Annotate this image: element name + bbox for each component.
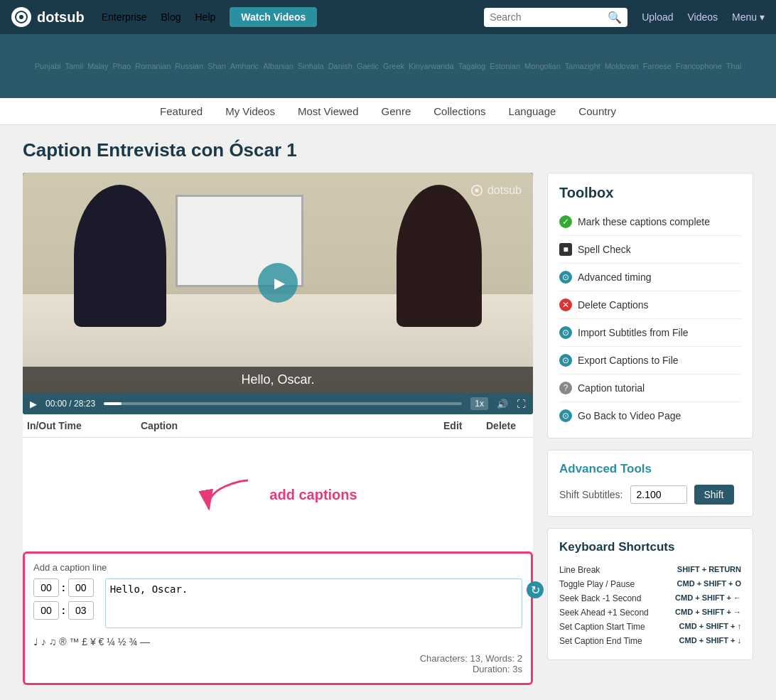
time-start-hours[interactable] <box>33 578 59 597</box>
hint-wrapper: add captions <box>198 473 357 516</box>
refresh-button[interactable]: ↻ <box>527 581 544 598</box>
nav-upload[interactable]: Upload <box>642 11 673 23</box>
time-end-mins[interactable] <box>68 601 94 620</box>
controls-bar: ▶ 00:00 / 28:23 1x 🔊 ⛶ <box>23 393 533 414</box>
tool-label-2: Advanced timing <box>578 271 652 283</box>
nav-enterprise[interactable]: Enterprise <box>102 11 147 23</box>
tool-label-4: Import Subtitles from File <box>578 327 689 338</box>
lang-tag: Romanian <box>135 62 171 70</box>
kbd-row-4: Set Caption Start Time CMD + SHIFT + ↑ <box>559 620 741 634</box>
nav-videos[interactable]: Videos <box>688 11 718 23</box>
hero-banner: Punjabi Tamil Malay Phao Romanian Russia… <box>0 34 776 98</box>
content-layout: dotsub Hello, Oscar. ▶ 00:00 / 28:23 1x … <box>23 173 753 685</box>
lang-tag: Russian <box>175 62 203 70</box>
search-icon[interactable]: 🔍 <box>608 11 622 24</box>
shift-label: Shift Subtitles: <box>559 489 623 500</box>
kbd-keys-2: CMD + SHIFT + ← <box>675 593 741 603</box>
caption-input-box: Add a caption line : : <box>23 551 533 685</box>
special-chars[interactable]: ♩ ♪ ♫ ® ™ £ ¥ € ¼ ½ ¾ — <box>33 636 522 647</box>
lang-tag: Phao <box>112 62 131 70</box>
search-input[interactable] <box>490 11 603 23</box>
progress-bar[interactable] <box>104 402 462 405</box>
subnav-myvideos[interactable]: My Videos <box>225 105 275 117</box>
tool-go-back[interactable]: ⊙ Go Back to Video Page <box>559 405 741 426</box>
advanced-tools-title: Advanced Tools <box>559 462 741 476</box>
subnav-collections[interactable]: Collections <box>433 105 485 117</box>
lang-tag: Estonian <box>490 62 520 70</box>
caption-text-input[interactable]: Hello, Oscar. <box>105 578 522 628</box>
add-captions-hint: add captions <box>269 487 357 503</box>
tool-caption-tutorial[interactable]: ? Caption tutorial <box>559 377 741 399</box>
lang-tag: Sinhala <box>298 62 324 70</box>
kbd-row-1: Toggle Play / Pause CMD + SHIFT + O <box>559 577 741 591</box>
checkmark-icon: ✓ <box>559 215 572 228</box>
keyboard-shortcuts-title: Keyboard Shortcuts <box>559 540 741 554</box>
kbd-row-3: Seek Ahead +1 Second CMD + SHIFT + → <box>559 605 741 620</box>
lang-tag: Moldovan <box>605 62 639 70</box>
shift-input[interactable] <box>630 485 687 504</box>
tool-label-0: Mark these captions complete <box>578 216 710 227</box>
lang-tag: Punjabi <box>35 62 61 70</box>
subnav-language[interactable]: Language <box>509 105 556 117</box>
nav-help[interactable]: Help <box>195 11 216 23</box>
lang-tag: Gaelic <box>357 62 379 70</box>
video-container: dotsub Hello, Oscar. ▶ 00:00 / 28:23 1x … <box>23 173 533 414</box>
chars-words-stat: Characters: 13, Words: 2 <box>33 653 522 664</box>
kbd-keys-4: CMD + SHIFT + ↑ <box>679 622 741 632</box>
col-edit: Edit <box>443 420 486 431</box>
tool-label-6: Caption tutorial <box>578 382 645 394</box>
lang-tag: Faroese <box>643 62 672 70</box>
nav-blog[interactable]: Blog <box>161 11 180 23</box>
lang-tag: Shan <box>208 62 226 70</box>
play-icon[interactable]: ▶ <box>30 399 37 409</box>
fullscreen-icon[interactable]: ⛶ <box>517 399 526 409</box>
tool-mark-complete[interactable]: ✓ Mark these captions complete <box>559 211 741 232</box>
main-content: Caption Entrevista con Óscar 1 dotsub He <box>11 139 765 685</box>
keyboard-shortcuts-card: Keyboard Shortcuts Line Break SHIFT + RE… <box>547 528 753 660</box>
toolbox-card: Toolbox ✓ Mark these captions complete ■… <box>547 173 753 438</box>
nav-menu[interactable]: Menu ▾ <box>732 11 765 23</box>
lang-tag: Amharic <box>230 62 259 70</box>
kbd-row-0: Line Break SHIFT + RETURN <box>559 563 741 577</box>
lang-tag: Mongolian <box>524 62 561 70</box>
tool-label-5: Export Captions to File <box>578 355 679 366</box>
subnav-mostviewed[interactable]: Most Viewed <box>298 105 359 117</box>
duration-stat: Duration: 3s <box>33 664 522 674</box>
logo-icon <box>11 7 31 27</box>
subnav-featured[interactable]: Featured <box>160 105 203 117</box>
brand-name: dotsub <box>37 9 85 26</box>
kbd-action-0: Line Break <box>559 565 600 575</box>
play-button[interactable] <box>258 263 298 303</box>
time-start-mins[interactable] <box>68 578 94 597</box>
progress-fill <box>104 402 122 405</box>
subnav-country[interactable]: Country <box>578 105 616 117</box>
kbd-action-4: Set Caption Start Time <box>559 622 645 632</box>
time-end-hours[interactable] <box>33 601 59 620</box>
tool-spellcheck[interactable]: ■ Spell Check <box>559 239 741 260</box>
logo[interactable]: dotsub <box>11 7 85 27</box>
kbd-row-5: Set Caption End Time CMD + SHIFT + ↓ <box>559 634 741 648</box>
tool-advanced-timing[interactable]: ⊙ Advanced timing <box>559 266 741 288</box>
add-captions-arrow <box>198 473 255 516</box>
time-start-field: : <box>33 578 94 597</box>
top-nav: dotsub Enterprise Blog Help Watch Videos… <box>0 0 776 34</box>
export-icon: ⊙ <box>559 354 572 367</box>
kbd-keys-3: CMD + SHIFT + → <box>675 608 741 618</box>
volume-icon[interactable]: 🔊 <box>497 399 508 409</box>
speed-button[interactable]: 1x <box>470 397 488 410</box>
svg-point-3 <box>475 188 478 192</box>
lang-tag: Francophone <box>676 62 722 70</box>
tool-export-captions[interactable]: ⊙ Export Captions to File <box>559 350 741 371</box>
lang-tag: Tagalog <box>458 62 486 70</box>
subnav-genre[interactable]: Genre <box>382 105 411 117</box>
video-section: dotsub Hello, Oscar. ▶ 00:00 / 28:23 1x … <box>23 173 533 685</box>
tool-delete-captions[interactable]: ✕ Delete Captions <box>559 294 741 316</box>
watch-videos-button[interactable]: Watch Videos <box>230 7 317 27</box>
toolbox-title: Toolbox <box>559 185 741 201</box>
advanced-tools-card: Advanced Tools Shift Subtitles: Shift <box>547 450 753 517</box>
caption-table-header: In/Out Time Caption Edit Delete <box>23 414 533 438</box>
shift-button[interactable]: Shift <box>694 485 734 505</box>
search-box: 🔍 <box>484 8 627 27</box>
tutorial-icon: ? <box>559 382 572 394</box>
tool-import-subtitles[interactable]: ⊙ Import Subtitles from File <box>559 322 741 343</box>
